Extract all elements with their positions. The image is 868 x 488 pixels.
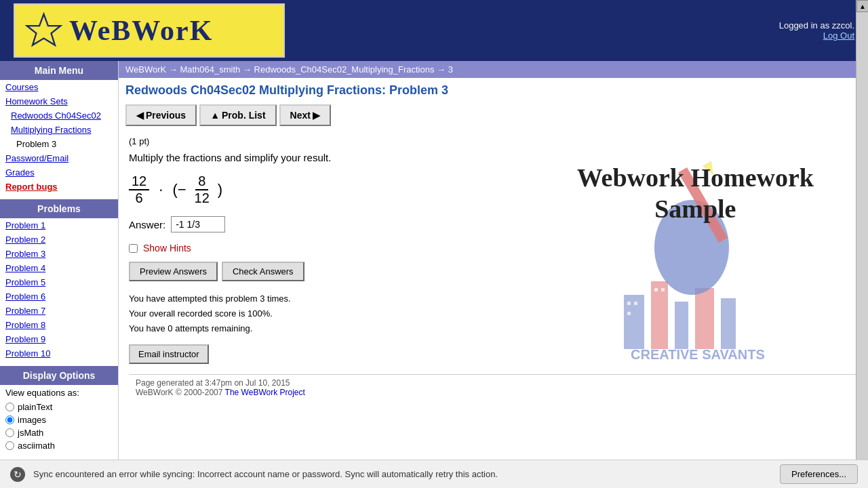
copyright: WeBWorK © 2000-2007 The WeBWork Project <box>136 388 851 397</box>
page-footer: Page generated at 3:47pm on Jul 10, 2015… <box>129 374 858 401</box>
logo-star-icon <box>25 12 62 49</box>
radio-images[interactable]: images <box>0 413 118 426</box>
next-label: Next <box>290 110 311 121</box>
display-options-header: Display Options <box>0 366 118 385</box>
show-hints-checkbox[interactable] <box>129 244 138 253</box>
problem-title: Redwoods Ch04Sec02 Multiplying Fractions… <box>119 78 868 101</box>
answer-row: Answer: <box>129 216 858 232</box>
scroll-up-button[interactable]: ▲ <box>856 0 868 12</box>
sidebar-problem-2[interactable]: Problem 2 <box>0 232 118 247</box>
check-button[interactable]: Check Answers <box>222 262 304 281</box>
next-button[interactable]: Next ▶ <box>279 104 331 126</box>
sidebar-problem-4[interactable]: Problem 4 <box>0 261 118 275</box>
breadcrumb: WeBWorK → Math064_smith → Redwoods_Ch04S… <box>119 61 868 78</box>
nav-buttons: ◀ Previous ▲ Prob. List Next ▶ <box>119 101 868 129</box>
logout-link[interactable]: Log Out <box>823 30 854 41</box>
sidebar: Main Menu Courses Homework Sets Redwoods… <box>0 61 119 488</box>
content-area: (1 pt) Multiply the fractions and simpli… <box>119 129 868 407</box>
previous-button[interactable]: ◀ Previous <box>125 104 197 126</box>
header: WeBWorK Logged in as zzcol. Log Out <box>0 0 868 61</box>
sidebar-item-multiplying[interactable]: Multiplying Fractions <box>0 123 118 137</box>
login-text: Logged in as zzcol. <box>779 20 854 30</box>
sync-message: Sync encountered an error while syncing:… <box>33 469 772 479</box>
view-equations-label: View equations as: <box>0 385 118 401</box>
sync-icon: ↻ <box>10 467 25 482</box>
fraction-1: 12 6 <box>129 174 149 206</box>
main-menu-header: Main Menu <box>0 61 118 80</box>
answer-input[interactable] <box>171 216 225 232</box>
attempt-line-1: You have attempted this problem 3 times. <box>129 291 858 306</box>
page-generated: Page generated at 3:47pm on Jul 10, 2015 <box>136 378 851 388</box>
login-info: Logged in as zzcol. Log Out <box>779 20 854 41</box>
main-layout: Main Menu Courses Homework Sets Redwoods… <box>0 61 868 488</box>
paren-close: ) <box>218 181 222 199</box>
sidebar-item-courses[interactable]: Courses <box>0 80 118 94</box>
sidebar-item-problem3[interactable]: Problem 3 <box>0 137 118 151</box>
sync-bar: ↻ Sync encountered an error while syncin… <box>0 460 868 488</box>
radio-plain-text-label: plainText <box>18 402 52 412</box>
math-expression: 12 6 · (− 8 12 ) <box>129 174 858 206</box>
sidebar-item-password[interactable]: Password/Email <box>0 151 118 165</box>
radio-jsmath[interactable]: jsMath <box>0 426 118 439</box>
fraction-2: 8 12 <box>192 174 212 206</box>
sidebar-problem-8[interactable]: Problem 8 <box>0 318 118 332</box>
fraction-2-denominator: 12 <box>192 190 212 206</box>
prob-list-button[interactable]: ▲ Prob. List <box>199 104 276 126</box>
prev-arrow-icon: ◀ <box>136 110 144 121</box>
problem-instruction: Multiply the fractions and simplify your… <box>129 152 858 163</box>
previous-label: Previous <box>146 110 186 121</box>
radio-asciimath[interactable]: asciimath <box>0 439 118 452</box>
sidebar-problem-3[interactable]: Problem 3 <box>0 247 118 261</box>
main-content: WeBWorK → Math064_smith → Redwoods_Ch04S… <box>119 61 868 488</box>
preview-button[interactable]: Preview Answers <box>129 262 218 281</box>
sidebar-problem-9[interactable]: Problem 9 <box>0 332 118 346</box>
sidebar-item-redwoods[interactable]: Redwoods Ch04Sec02 <box>0 108 118 123</box>
sidebar-problem-7[interactable]: Problem 7 <box>0 304 118 318</box>
answer-label: Answer: <box>129 219 165 230</box>
right-scrollbar: ▲ <box>856 0 868 474</box>
svg-marker-0 <box>27 14 61 45</box>
sidebar-item-report-bugs[interactable]: Report bugs <box>0 180 118 194</box>
prob-list-label: Prob. List <box>222 110 266 121</box>
copyright-text: WeBWorK © 2000-2007 <box>136 388 225 397</box>
attempt-line-2: Your overall recorded score is 100%. <box>129 306 858 321</box>
radio-jsmath-label: jsMath <box>18 428 43 438</box>
paren-open: (− <box>172 181 186 199</box>
fraction-2-numerator: 8 <box>195 174 208 190</box>
sidebar-problem-10[interactable]: Problem 10 <box>0 346 118 361</box>
email-instructor-button[interactable]: Email instructor <box>129 344 209 364</box>
sidebar-problem-1[interactable]: Problem 1 <box>0 218 118 232</box>
webwork-project-link[interactable]: The WeBWork Project <box>225 388 305 397</box>
points: (1 pt) <box>129 136 858 146</box>
sidebar-item-homework-sets[interactable]: Homework Sets <box>0 94 118 108</box>
action-buttons: Preview Answers Check Answers <box>129 262 858 281</box>
dot-operator: · <box>159 181 163 199</box>
attempt-info: You have attempted this problem 3 times.… <box>129 291 858 336</box>
show-hints-row: Show Hints <box>129 243 858 253</box>
prob-list-icon: ▲ <box>210 110 220 121</box>
fraction-1-denominator: 6 <box>133 190 146 206</box>
sidebar-problem-5[interactable]: Problem 5 <box>0 275 118 289</box>
preferences-button[interactable]: Preferences... <box>780 464 858 484</box>
logo-box: WeBWorK <box>14 3 285 58</box>
next-arrow-icon: ▶ <box>313 110 320 121</box>
sidebar-problem-6[interactable]: Problem 6 <box>0 289 118 304</box>
show-hints-label: Show Hints <box>143 243 191 253</box>
logo-text: WeBWorK <box>69 14 213 47</box>
sidebar-item-grades[interactable]: Grades <box>0 165 118 180</box>
attempt-line-3: You have 0 attempts remaining. <box>129 321 858 336</box>
radio-plain-text[interactable]: plainText <box>0 401 118 413</box>
radio-asciimath-label: asciimath <box>18 441 55 451</box>
problems-header: Problems <box>0 199 118 218</box>
radio-images-label: images <box>18 415 46 425</box>
fraction-1-numerator: 12 <box>129 174 149 190</box>
